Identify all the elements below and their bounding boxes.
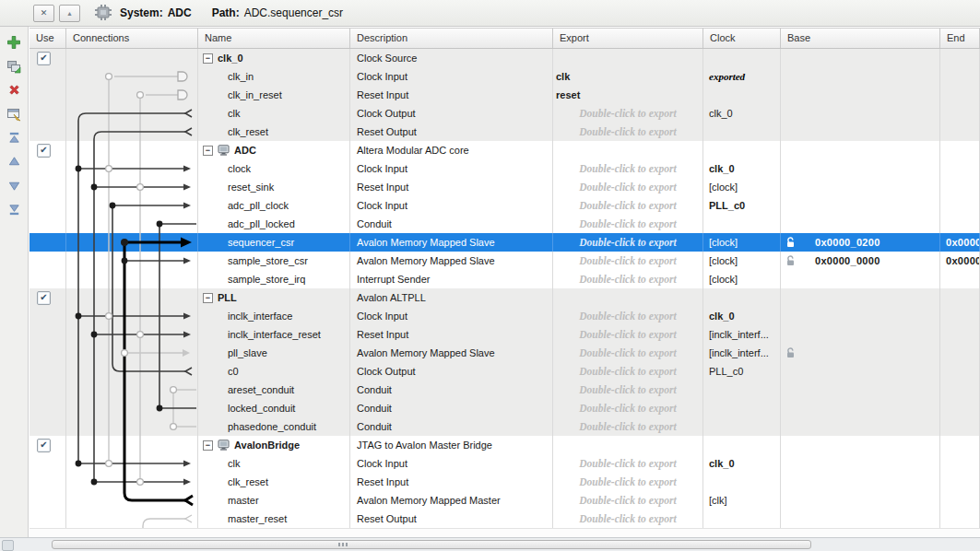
export-hint[interactable]: Double-click to export <box>553 252 703 270</box>
cell-base[interactable] <box>781 288 940 307</box>
cell-clock[interactable]: [inclk_interf... <box>703 344 781 362</box>
cell-base[interactable] <box>781 417 940 436</box>
export-hint[interactable]: Double-click to export <box>553 307 703 325</box>
cell-clock[interactable] <box>703 123 781 141</box>
lock-icon[interactable] <box>785 237 796 248</box>
cell-base[interactable] <box>781 141 940 159</box>
move-top-button[interactable] <box>6 130 22 146</box>
export-hint[interactable]: Double-click to export <box>553 381 703 399</box>
cell-base[interactable] <box>781 270 940 288</box>
cell-base[interactable] <box>781 454 940 473</box>
cell-export[interactable] <box>553 49 703 67</box>
cell-base[interactable] <box>781 104 940 123</box>
export-hint[interactable]: Double-click to export <box>553 104 703 123</box>
remove-component-button[interactable] <box>6 82 22 98</box>
cell-export[interactable]: Double-click to export <box>553 325 703 344</box>
cell-clock[interactable]: clk_0 <box>703 159 781 178</box>
cell-clock[interactable]: PLL_c0 <box>703 362 781 381</box>
cell-export[interactable]: Double-click to export <box>553 473 703 491</box>
cell-export[interactable]: Double-click to export <box>553 381 703 399</box>
add-component-button[interactable] <box>6 34 22 50</box>
cell-base[interactable] <box>781 49 940 67</box>
wire-master-reset[interactable] <box>143 515 192 528</box>
cell-clock[interactable]: [clk] <box>703 491 781 510</box>
collapse-button[interactable]: ▲ <box>59 5 80 22</box>
base-address[interactable]: 0x0000_0000 <box>815 252 880 270</box>
cell-base[interactable] <box>781 399 940 417</box>
cell-clock[interactable] <box>703 141 781 159</box>
column-header-end[interactable]: End <box>940 29 980 48</box>
export-hint[interactable]: Double-click to export <box>553 196 703 215</box>
column-header-use[interactable]: Use <box>30 29 66 48</box>
base-address[interactable]: 0x0000_0200 <box>815 233 880 252</box>
edit-filter-button[interactable] <box>6 106 22 122</box>
cell-export[interactable]: Double-click to export <box>553 233 703 252</box>
cell-export[interactable]: Double-click to export <box>553 123 703 141</box>
cell-clock[interactable] <box>703 473 781 491</box>
cell-clock[interactable]: clk_0 <box>703 454 781 473</box>
move-bottom-button[interactable] <box>6 202 22 217</box>
collapse-toggle[interactable]: − <box>203 440 213 451</box>
column-header-export[interactable]: Export <box>553 29 703 48</box>
export-hint[interactable]: Double-click to export <box>553 325 703 344</box>
cell-base[interactable] <box>781 362 940 381</box>
export-hint[interactable]: Double-click to export <box>553 159 703 178</box>
cell-export[interactable]: Double-click to export <box>553 252 703 270</box>
cell-base[interactable] <box>781 510 940 528</box>
cell-base[interactable] <box>781 344 940 362</box>
export-hint[interactable]: Double-click to export <box>553 491 703 510</box>
cell-base[interactable] <box>781 215 940 233</box>
cell-base[interactable] <box>781 67 940 86</box>
wire-export-clk-in-reset[interactable] <box>140 90 187 482</box>
cell-base[interactable] <box>781 491 940 510</box>
use-checkbox[interactable]: ✔ <box>37 439 51 452</box>
cell-clock[interactable] <box>703 436 781 454</box>
cell-export[interactable]: clk <box>553 67 703 86</box>
collapse-toggle[interactable]: − <box>203 293 213 303</box>
cell-clock[interactable]: [inclk_interf... <box>703 325 781 344</box>
cell-base[interactable]: 0x0000_0200 <box>781 233 940 252</box>
cell-clock[interactable]: exported <box>703 67 781 86</box>
cell-export[interactable]: Double-click to export <box>553 491 703 510</box>
cell-clock[interactable]: clk_0 <box>703 104 781 123</box>
cell-export[interactable]: Double-click to export <box>553 159 703 178</box>
cell-base[interactable] <box>781 123 940 141</box>
cell-export[interactable]: Double-click to export <box>553 307 703 325</box>
connections-diagram[interactable] <box>66 49 198 528</box>
cell-export[interactable]: Double-click to export <box>553 215 703 233</box>
use-checkbox[interactable]: ✔ <box>37 144 51 158</box>
cell-clock[interactable] <box>703 215 781 233</box>
connection-junctions[interactable] <box>76 166 163 486</box>
collapse-toggle[interactable]: − <box>203 53 213 64</box>
cell-base[interactable] <box>781 436 940 454</box>
export-hint[interactable]: Double-click to export <box>553 270 703 288</box>
cell-export[interactable]: Double-click to export <box>553 344 703 362</box>
connection-points[interactable] <box>106 74 177 486</box>
cell-clock[interactable]: clk_0 <box>703 307 781 325</box>
cell-clock[interactable] <box>703 49 781 67</box>
cell-base[interactable]: 0x0000_0000 <box>781 252 940 270</box>
column-header-connections[interactable]: Connections <box>66 29 198 48</box>
detach-button[interactable]: ✕ <box>33 5 54 22</box>
cell-export[interactable]: Double-click to export <box>553 399 703 417</box>
wire-clk0-clk[interactable] <box>78 110 192 467</box>
cell-export[interactable] <box>553 436 703 454</box>
export-hint[interactable]: Double-click to export <box>553 510 703 528</box>
cell-export[interactable]: reset <box>553 86 703 104</box>
cell-base[interactable] <box>781 473 940 491</box>
column-header-base[interactable]: Base <box>781 29 940 48</box>
cell-export[interactable]: Double-click to export <box>553 510 703 528</box>
cell-export[interactable]: Double-click to export <box>553 104 703 123</box>
collapse-toggle[interactable]: − <box>203 146 213 156</box>
use-checkbox[interactable]: ✔ <box>37 291 51 305</box>
move-down-button[interactable] <box>6 178 22 193</box>
cell-base[interactable] <box>781 381 940 399</box>
cell-base[interactable] <box>781 86 940 104</box>
cell-clock[interactable]: PLL_c0 <box>703 196 781 215</box>
cell-export[interactable]: Double-click to export <box>553 362 703 381</box>
export-hint[interactable]: Double-click to export <box>553 233 703 252</box>
cell-base[interactable] <box>781 325 940 344</box>
cell-base[interactable] <box>781 159 940 178</box>
export-hint[interactable]: Double-click to export <box>553 178 703 196</box>
cell-export[interactable]: Double-click to export <box>553 178 703 196</box>
